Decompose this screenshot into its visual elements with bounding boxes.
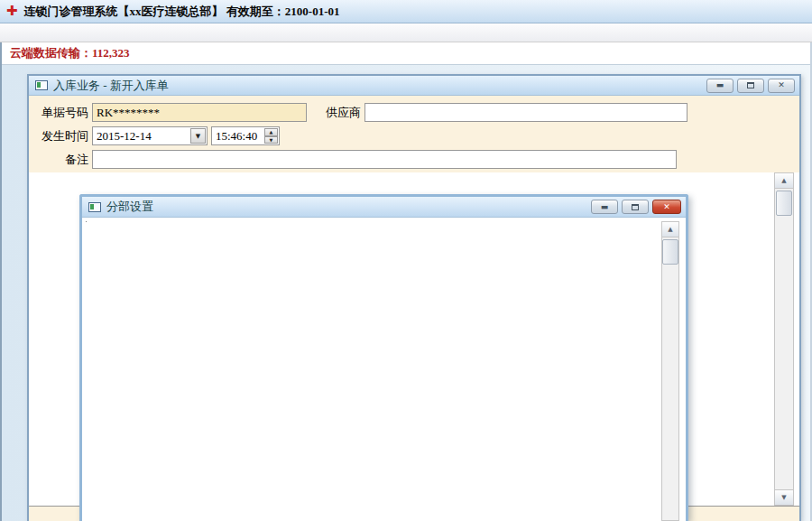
spinner-arrows-icon[interactable]: ▲▼ bbox=[264, 128, 278, 144]
dialog-titlebar[interactable]: 分部设置 ▬ ✕ bbox=[82, 197, 686, 218]
branch-settings-dialog: 分部设置 ▬ ✕ ▲ bbox=[79, 194, 688, 521]
maximize-button[interactable] bbox=[737, 79, 764, 93]
menubar bbox=[0, 23, 812, 42]
app-logo-medical-cross-icon: ✚ bbox=[6, 5, 18, 18]
dialog-close-button[interactable]: ✕ bbox=[652, 200, 681, 214]
doc-no-input[interactable]: RK******** bbox=[92, 103, 307, 122]
dialog-title: 分部设置 bbox=[106, 199, 153, 215]
window-icon bbox=[35, 80, 48, 90]
supplier-input[interactable] bbox=[364, 103, 687, 122]
doc-no-label: 单据号码 bbox=[36, 105, 88, 121]
branch-table-vertical-scrollbar[interactable]: ▲ bbox=[661, 221, 679, 521]
app-titlebar: ✚ 连锁门诊管理系统【xx医疗连锁总部】 有效期至：2100-01-01 bbox=[0, 0, 812, 23]
dialog-maximize-button[interactable] bbox=[622, 200, 649, 214]
supplier-label: 供应商 bbox=[318, 105, 361, 121]
items-grid-vertical-scrollbar[interactable]: ▲ ▼ bbox=[774, 172, 794, 506]
statusbar: 云端数据传输：112,323 bbox=[2, 42, 810, 65]
close-button[interactable]: ✕ bbox=[768, 79, 795, 93]
dialog-minimize-button[interactable]: ▬ bbox=[591, 200, 618, 214]
minimize-button[interactable]: ▬ bbox=[706, 79, 734, 93]
date-value: 2015-12-14 bbox=[97, 129, 152, 144]
scrollbar-thumb[interactable] bbox=[662, 239, 678, 265]
remark-input[interactable] bbox=[92, 150, 677, 169]
scroll-up-icon[interactable]: ▲ bbox=[775, 173, 793, 189]
scrollbar-thumb[interactable] bbox=[776, 191, 792, 216]
chevron-down-icon[interactable]: ▼ bbox=[190, 128, 206, 144]
cloud-transfer-status: 云端数据传输：112,323 bbox=[10, 45, 130, 61]
branch-table bbox=[86, 221, 87, 222]
time-value: 15:46:40 bbox=[216, 129, 257, 144]
inbound-form: 单据号码 RK******** 供应商 发生时间 2015-12-14 ▼ 15… bbox=[29, 96, 799, 172]
time-label: 发生时间 bbox=[36, 128, 88, 144]
app-title: 连锁门诊管理系统【xx医疗连锁总部】 有效期至：2100-01-01 bbox=[24, 4, 340, 20]
inbound-window-title: 入库业务 - 新开入库单 bbox=[53, 78, 169, 94]
scroll-down-icon[interactable]: ▼ bbox=[775, 489, 793, 505]
scroll-up-icon[interactable]: ▲ bbox=[662, 222, 678, 237]
maximize-icon bbox=[747, 82, 754, 88]
time-spinner[interactable]: 15:46:40 ▲▼ bbox=[211, 126, 280, 145]
date-dropdown[interactable]: 2015-12-14 ▼ bbox=[92, 126, 208, 145]
inbound-window-titlebar[interactable]: 入库业务 - 新开入库单 ▬ ✕ bbox=[29, 76, 799, 96]
maximize-icon bbox=[632, 204, 639, 210]
remark-label: 备注 bbox=[36, 152, 88, 168]
window-icon bbox=[88, 202, 101, 212]
